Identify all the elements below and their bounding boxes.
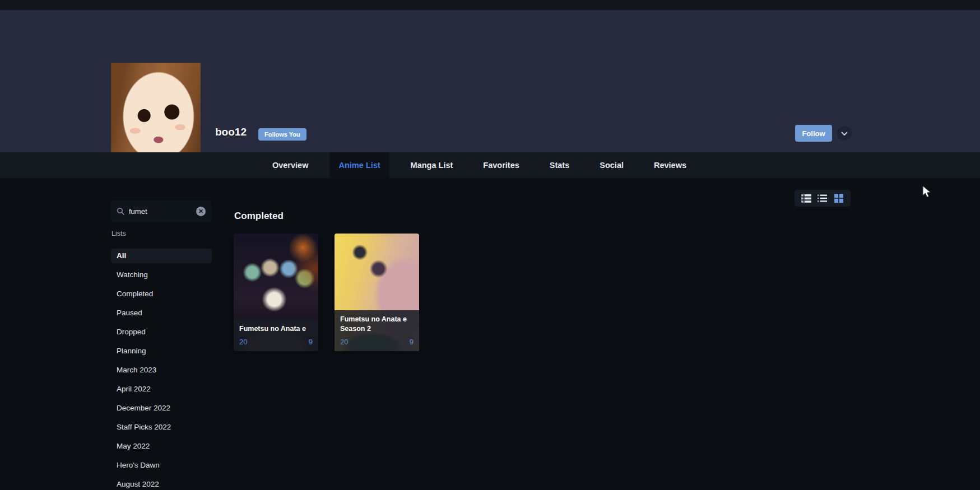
detailed-list-view-button[interactable]: [801, 193, 812, 204]
tab-manga-list[interactable]: Manga List: [402, 152, 462, 178]
sidebar-item-march-2023[interactable]: March 2023: [111, 363, 212, 377]
sidebar-item-all[interactable]: All: [111, 249, 212, 263]
profile-username: boo12: [215, 126, 247, 138]
sidebar-item-planning[interactable]: Planning: [111, 344, 212, 358]
grid-view-button[interactable]: [833, 193, 844, 204]
follows-you-badge: Follows You: [258, 128, 306, 141]
view-mode-toggle: [795, 190, 851, 207]
compact-list-view-button[interactable]: [817, 193, 828, 204]
follow-options-button[interactable]: [837, 126, 852, 141]
sidebar-item-heros-dawn[interactable]: Hero's Dawn: [111, 458, 212, 473]
sidebar-item-dropped[interactable]: Dropped: [111, 325, 212, 339]
chevron-down-icon: [841, 128, 848, 138]
tab-anime-list[interactable]: Anime List: [329, 152, 389, 178]
follow-button[interactable]: Follow: [795, 125, 832, 142]
anime-title: Fumetsu no Anata e Season 2: [340, 315, 414, 334]
search-clear-button[interactable]: ✕: [196, 207, 206, 216]
lists-section-label: Lists: [112, 230, 126, 237]
status-section-title: Completed: [234, 211, 284, 222]
sidebar-item-december-2022[interactable]: December 2022: [111, 401, 212, 416]
profile-nav: Overview Anime List Manga List Favorites…: [0, 152, 980, 178]
anime-card[interactable]: Fumetsu no Anata e Season 2 20 9: [335, 234, 419, 351]
detailed-list-icon: [801, 194, 811, 203]
sidebar-item-april-2022[interactable]: April 2022: [111, 382, 212, 396]
sidebar-item-august-2022[interactable]: August 2022: [111, 477, 212, 490]
anime-card-footer: Fumetsu no Anata e 20 9: [234, 320, 318, 351]
list-search-box[interactable]: ✕: [111, 200, 211, 222]
anime-card-stats: 20 9: [239, 338, 313, 346]
compact-list-icon: [818, 194, 827, 202]
tab-social[interactable]: Social: [591, 152, 633, 178]
score-value: 9: [410, 338, 414, 346]
sidebar-item-completed[interactable]: Completed: [111, 287, 212, 301]
profile-nav-tabs: Overview Anime List Manga List Favorites…: [257, 152, 702, 178]
anime-card-stats: 20 9: [340, 338, 414, 346]
sidebar-lists: All Watching Completed Paused Dropped Pl…: [111, 249, 212, 490]
search-icon: [117, 207, 124, 215]
close-icon: ✕: [198, 207, 203, 216]
mouse-cursor: [922, 185, 932, 201]
score-value: 9: [309, 338, 313, 346]
progress-count: 20: [239, 338, 247, 346]
sidebar-item-may-2022[interactable]: May 2022: [111, 439, 212, 454]
tab-reviews[interactable]: Reviews: [645, 152, 695, 178]
tab-favorites[interactable]: Favorites: [474, 152, 528, 178]
tab-overview[interactable]: Overview: [263, 152, 318, 178]
anime-title: Fumetsu no Anata e: [239, 324, 313, 334]
site-top-bar: [0, 0, 980, 10]
anime-card-grid: Fumetsu no Anata e 20 9 Fumetsu no Anata…: [234, 234, 419, 351]
sidebar-item-watching[interactable]: Watching: [111, 268, 212, 282]
progress-count: 20: [340, 338, 348, 346]
profile-avatar[interactable]: [111, 63, 201, 152]
tab-stats[interactable]: Stats: [541, 152, 578, 178]
search-input[interactable]: [129, 207, 192, 216]
anime-card-footer: Fumetsu no Anata e Season 2 20 9: [335, 310, 419, 351]
sidebar-item-staff-picks-2022[interactable]: Staff Picks 2022: [111, 420, 212, 435]
anime-card[interactable]: Fumetsu no Anata e 20 9: [234, 234, 318, 351]
grid-icon: [834, 194, 843, 203]
sidebar-item-paused[interactable]: Paused: [111, 306, 212, 320]
